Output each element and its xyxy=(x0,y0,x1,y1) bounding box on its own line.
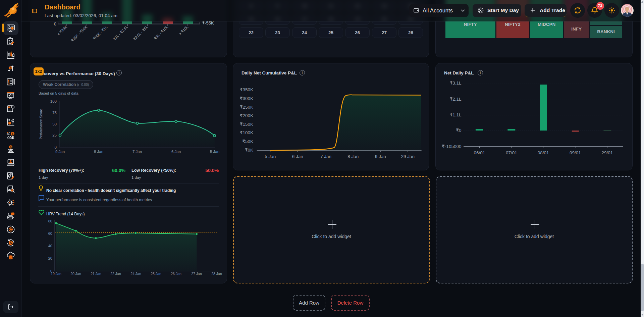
svg-text:₹0K: ₹0K xyxy=(245,148,253,153)
svg-text:7 Jan: 7 Jan xyxy=(132,150,142,154)
svg-text:100: 100 xyxy=(50,99,57,103)
svg-text:8 Jan: 8 Jan xyxy=(347,154,359,159)
svg-text:6 Jan: 6 Jan xyxy=(171,150,181,154)
svg-text:₹25K - ₹50K: ₹25K - ₹50K xyxy=(70,24,88,42)
svg-text:25 Jan: 25 Jan xyxy=(151,272,161,276)
svg-text:₹100K: ₹100K xyxy=(240,130,253,135)
svg-text:0: 0 xyxy=(55,145,57,149)
svg-text:21 Jan: 21 Jan xyxy=(91,272,101,276)
svg-text:19 Jan: 19 Jan xyxy=(51,272,61,276)
svg-text:06/01: 06/01 xyxy=(474,150,485,155)
svg-text:26 Jan: 26 Jan xyxy=(171,272,181,276)
svg-text:₹200K: ₹200K xyxy=(240,113,253,118)
svg-text:$: $ xyxy=(10,241,12,245)
svg-text:₹250K: ₹250K xyxy=(240,105,253,110)
svg-text:40: 40 xyxy=(48,244,52,248)
svg-text:60: 60 xyxy=(48,231,52,235)
svg-text:6 Jan: 6 Jan xyxy=(292,154,303,159)
svg-text:0: 0 xyxy=(54,21,56,27)
svg-text:27 Jan: 27 Jan xyxy=(191,272,202,276)
svg-text:₹2.5L - ₹5L: ₹2.5L - ₹5L xyxy=(132,25,149,41)
svg-text:₹350K: ₹350K xyxy=(240,87,253,92)
svg-text:₹300K: ₹300K xyxy=(240,96,253,101)
svg-text:07/01: 07/01 xyxy=(506,150,517,155)
svg-text:5 Jan: 5 Jan xyxy=(210,150,219,154)
svg-text:09/01: 09/01 xyxy=(570,150,581,155)
svg-text:₹150K: ₹150K xyxy=(240,122,253,127)
svg-text:29 Jan: 29 Jan xyxy=(401,154,415,159)
svg-text:25: 25 xyxy=(52,133,57,137)
svg-text:> ₹10L: > ₹10L xyxy=(178,25,189,36)
svg-text:Performance Score: Performance Score xyxy=(39,109,43,140)
svg-text:₹50K - ₹1L: ₹50K - ₹1L xyxy=(92,25,108,41)
svg-text:₹-105000: ₹-105000 xyxy=(442,144,461,149)
svg-text:20 Jan: 20 Jan xyxy=(70,272,81,276)
svg-text:50: 50 xyxy=(52,122,57,126)
svg-text:7 Jan: 7 Jan xyxy=(320,154,331,159)
svg-text:9 Jan: 9 Jan xyxy=(375,154,386,159)
svg-text:₹0: ₹0 xyxy=(456,128,461,133)
svg-text:₹5L - ₹10L: ₹5L - ₹10L xyxy=(153,25,169,41)
svg-text:5 Jan: 5 Jan xyxy=(265,154,276,159)
svg-text:9 Jan: 9 Jan xyxy=(55,150,65,154)
svg-text:₹1.1L: ₹1.1L xyxy=(450,112,462,117)
svg-text:29/01: 29/01 xyxy=(601,150,613,155)
svg-text:₹1L - ₹2.5L: ₹1L - ₹2.5L xyxy=(112,25,129,41)
svg-text:22 Jan: 22 Jan xyxy=(110,272,121,276)
svg-text:80: 80 xyxy=(48,219,52,223)
svg-text:20: 20 xyxy=(48,256,52,260)
svg-text:24 Jan: 24 Jan xyxy=(130,272,141,276)
svg-text:₹50K: ₹50K xyxy=(242,139,253,144)
svg-text:28 Jan: 28 Jan xyxy=(211,272,222,276)
svg-text:$: $ xyxy=(12,132,14,136)
svg-text:8 Jan: 8 Jan xyxy=(94,150,103,154)
svg-text:< ₹25K: < ₹25K xyxy=(56,24,68,36)
svg-text:08/01: 08/01 xyxy=(538,150,549,155)
svg-text:75: 75 xyxy=(52,111,57,115)
svg-text:₹2.1L: ₹2.1L xyxy=(450,97,462,102)
svg-text:₹3.1L: ₹3.1L xyxy=(450,81,462,86)
svg-text:$: $ xyxy=(10,145,12,149)
svg-text:$: $ xyxy=(10,66,11,70)
